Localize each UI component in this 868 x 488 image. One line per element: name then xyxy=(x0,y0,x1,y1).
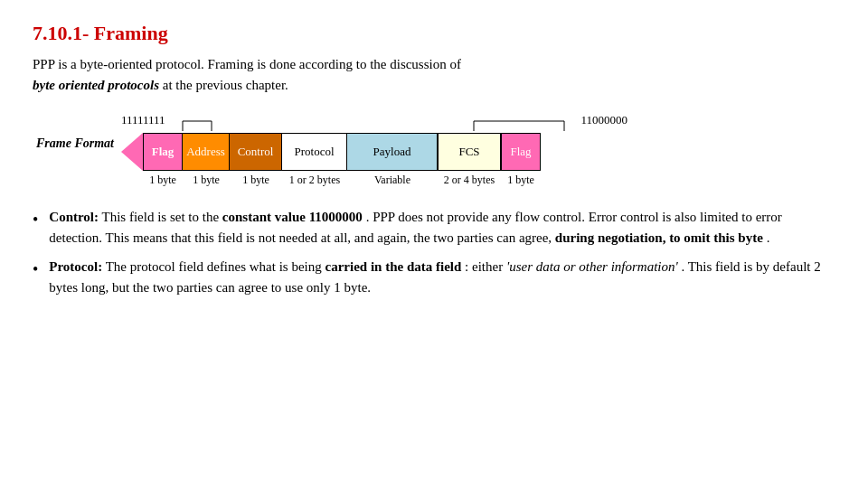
bullet-item-control: • Control: This field is set to the cons… xyxy=(33,207,835,248)
byte-label-control: 1 byte xyxy=(230,174,282,187)
cell-address: Address xyxy=(183,133,230,171)
cell-fcs: FCS xyxy=(438,133,501,171)
protocol-text1: The protocol field defines what is being xyxy=(106,259,326,274)
byte-label-flag1: 1 byte xyxy=(143,174,183,187)
cell-payload: Payload xyxy=(347,133,438,171)
frame-arrow xyxy=(121,133,143,171)
byte-label-address: 1 byte xyxy=(183,174,230,187)
cell-flag1: Flag xyxy=(143,133,183,171)
protocol-bold: carried in the data field xyxy=(326,259,462,274)
top-label-right: 11000000 xyxy=(580,113,627,127)
control-text3: . xyxy=(767,230,770,245)
control-bold: constant value 11000000 xyxy=(222,210,363,224)
control-text1: This field is set to the xyxy=(102,210,222,224)
cell-control: Control xyxy=(230,133,282,171)
frame-cells: Flag Address Control Protocol Payload FC… xyxy=(121,133,627,171)
intro-line2-after: at the previous chapter. xyxy=(159,78,288,92)
bullet-dot-1: • xyxy=(33,208,38,232)
bullet-dot-2: • xyxy=(33,258,38,282)
protocol-term: Protocol: xyxy=(49,259,102,274)
page-title: 7.10.1- Framing xyxy=(33,22,835,45)
byte-label-flag2: 1 byte xyxy=(501,174,541,187)
bullet-text-control: Control: This field is set to the consta… xyxy=(49,207,835,248)
byte-label-protocol: 1 or 2 bytes xyxy=(282,174,347,187)
cell-flag2: Flag xyxy=(501,133,541,171)
bullet-item-protocol: • Protocol: The protocol field defines w… xyxy=(33,257,835,297)
frame-diagram: Frame Format 11111111 11000000 Flag A xyxy=(33,111,835,187)
byte-label-payload: Variable xyxy=(347,174,438,187)
control-term: Control: xyxy=(49,210,99,224)
protocol-italic: 'user data or other information' xyxy=(506,259,678,274)
frame-format-label: Frame Format xyxy=(33,136,114,151)
intro-line1: PPP is a byte-oriented protocol. Framing… xyxy=(33,57,461,71)
bullet-section: • Control: This field is set to the cons… xyxy=(33,207,835,297)
bullet-text-protocol: Protocol: The protocol field defines wha… xyxy=(49,257,835,297)
protocol-text2: : either xyxy=(465,259,506,274)
byte-labels: 1 byte 1 byte 1 byte 1 or 2 bytes Variab… xyxy=(121,174,627,187)
cell-protocol: Protocol xyxy=(282,133,347,171)
intro-paragraph: PPP is a byte-oriented protocol. Framing… xyxy=(33,54,835,95)
intro-bold-italic: byte oriented protocols xyxy=(33,78,159,92)
byte-label-fcs: 2 or 4 bytes xyxy=(438,174,501,187)
diagram-wrapper: 11111111 11000000 Flag Address Control P… xyxy=(121,111,627,187)
control-bold2: during negotiation, to omit this byte xyxy=(555,230,763,245)
